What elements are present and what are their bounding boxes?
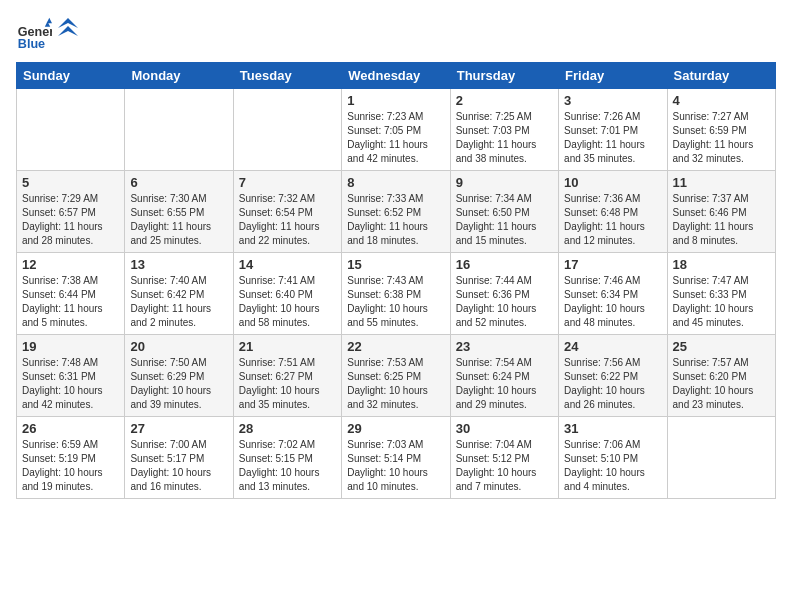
- day-info: Sunrise: 7:56 AM Sunset: 6:22 PM Dayligh…: [564, 356, 661, 412]
- calendar-day-cell: 26Sunrise: 6:59 AM Sunset: 5:19 PM Dayli…: [17, 417, 125, 499]
- day-info: Sunrise: 7:44 AM Sunset: 6:36 PM Dayligh…: [456, 274, 553, 330]
- calendar-day-cell: 29Sunrise: 7:03 AM Sunset: 5:14 PM Dayli…: [342, 417, 450, 499]
- calendar-day-cell: 11Sunrise: 7:37 AM Sunset: 6:46 PM Dayli…: [667, 171, 775, 253]
- day-info: Sunrise: 7:41 AM Sunset: 6:40 PM Dayligh…: [239, 274, 336, 330]
- day-info: Sunrise: 7:43 AM Sunset: 6:38 PM Dayligh…: [347, 274, 444, 330]
- calendar-day-cell: 19Sunrise: 7:48 AM Sunset: 6:31 PM Dayli…: [17, 335, 125, 417]
- weekday-header-friday: Friday: [559, 63, 667, 89]
- calendar-day-cell: 24Sunrise: 7:56 AM Sunset: 6:22 PM Dayli…: [559, 335, 667, 417]
- calendar-day-cell: 15Sunrise: 7:43 AM Sunset: 6:38 PM Dayli…: [342, 253, 450, 335]
- day-number: 6: [130, 175, 227, 190]
- calendar-day-cell: 2Sunrise: 7:25 AM Sunset: 7:03 PM Daylig…: [450, 89, 558, 171]
- weekday-header-sunday: Sunday: [17, 63, 125, 89]
- calendar-day-cell: 4Sunrise: 7:27 AM Sunset: 6:59 PM Daylig…: [667, 89, 775, 171]
- day-number: 13: [130, 257, 227, 272]
- calendar-day-cell: 8Sunrise: 7:33 AM Sunset: 6:52 PM Daylig…: [342, 171, 450, 253]
- day-info: Sunrise: 7:53 AM Sunset: 6:25 PM Dayligh…: [347, 356, 444, 412]
- day-number: 9: [456, 175, 553, 190]
- calendar-day-cell: 5Sunrise: 7:29 AM Sunset: 6:57 PM Daylig…: [17, 171, 125, 253]
- day-number: 12: [22, 257, 119, 272]
- logo-arrow-icon: [58, 18, 78, 38]
- calendar-day-cell: 9Sunrise: 7:34 AM Sunset: 6:50 PM Daylig…: [450, 171, 558, 253]
- day-number: 29: [347, 421, 444, 436]
- day-info: Sunrise: 6:59 AM Sunset: 5:19 PM Dayligh…: [22, 438, 119, 494]
- day-number: 21: [239, 339, 336, 354]
- calendar-day-cell: 25Sunrise: 7:57 AM Sunset: 6:20 PM Dayli…: [667, 335, 775, 417]
- day-info: Sunrise: 7:50 AM Sunset: 6:29 PM Dayligh…: [130, 356, 227, 412]
- day-number: 22: [347, 339, 444, 354]
- calendar-day-cell: 7Sunrise: 7:32 AM Sunset: 6:54 PM Daylig…: [233, 171, 341, 253]
- calendar-day-cell: 30Sunrise: 7:04 AM Sunset: 5:12 PM Dayli…: [450, 417, 558, 499]
- day-info: Sunrise: 7:46 AM Sunset: 6:34 PM Dayligh…: [564, 274, 661, 330]
- calendar-week-row: 12Sunrise: 7:38 AM Sunset: 6:44 PM Dayli…: [17, 253, 776, 335]
- day-info: Sunrise: 7:02 AM Sunset: 5:15 PM Dayligh…: [239, 438, 336, 494]
- weekday-header-wednesday: Wednesday: [342, 63, 450, 89]
- logo: General Blue: [16, 16, 78, 52]
- day-info: Sunrise: 7:48 AM Sunset: 6:31 PM Dayligh…: [22, 356, 119, 412]
- day-info: Sunrise: 7:32 AM Sunset: 6:54 PM Dayligh…: [239, 192, 336, 248]
- day-info: Sunrise: 7:37 AM Sunset: 6:46 PM Dayligh…: [673, 192, 770, 248]
- day-info: Sunrise: 7:03 AM Sunset: 5:14 PM Dayligh…: [347, 438, 444, 494]
- day-number: 10: [564, 175, 661, 190]
- day-number: 24: [564, 339, 661, 354]
- day-info: Sunrise: 7:36 AM Sunset: 6:48 PM Dayligh…: [564, 192, 661, 248]
- day-number: 8: [347, 175, 444, 190]
- day-number: 3: [564, 93, 661, 108]
- day-info: Sunrise: 7:54 AM Sunset: 6:24 PM Dayligh…: [456, 356, 553, 412]
- day-number: 2: [456, 93, 553, 108]
- day-number: 26: [22, 421, 119, 436]
- day-number: 1: [347, 93, 444, 108]
- day-number: 31: [564, 421, 661, 436]
- weekday-header-thursday: Thursday: [450, 63, 558, 89]
- day-number: 11: [673, 175, 770, 190]
- calendar-day-cell: 16Sunrise: 7:44 AM Sunset: 6:36 PM Dayli…: [450, 253, 558, 335]
- weekday-header-saturday: Saturday: [667, 63, 775, 89]
- calendar-day-cell: 12Sunrise: 7:38 AM Sunset: 6:44 PM Dayli…: [17, 253, 125, 335]
- calendar-day-cell: 20Sunrise: 7:50 AM Sunset: 6:29 PM Dayli…: [125, 335, 233, 417]
- day-info: Sunrise: 7:00 AM Sunset: 5:17 PM Dayligh…: [130, 438, 227, 494]
- calendar-day-cell: 13Sunrise: 7:40 AM Sunset: 6:42 PM Dayli…: [125, 253, 233, 335]
- day-number: 5: [22, 175, 119, 190]
- calendar-day-cell: 3Sunrise: 7:26 AM Sunset: 7:01 PM Daylig…: [559, 89, 667, 171]
- calendar-day-cell: 21Sunrise: 7:51 AM Sunset: 6:27 PM Dayli…: [233, 335, 341, 417]
- calendar-day-cell: 23Sunrise: 7:54 AM Sunset: 6:24 PM Dayli…: [450, 335, 558, 417]
- day-number: 18: [673, 257, 770, 272]
- calendar-week-row: 5Sunrise: 7:29 AM Sunset: 6:57 PM Daylig…: [17, 171, 776, 253]
- day-number: 28: [239, 421, 336, 436]
- day-info: Sunrise: 7:47 AM Sunset: 6:33 PM Dayligh…: [673, 274, 770, 330]
- day-info: Sunrise: 7:57 AM Sunset: 6:20 PM Dayligh…: [673, 356, 770, 412]
- svg-marker-5: [58, 26, 78, 36]
- calendar-day-cell: 28Sunrise: 7:02 AM Sunset: 5:15 PM Dayli…: [233, 417, 341, 499]
- calendar-week-row: 26Sunrise: 6:59 AM Sunset: 5:19 PM Dayli…: [17, 417, 776, 499]
- day-number: 27: [130, 421, 227, 436]
- page-header: General Blue: [16, 16, 776, 52]
- calendar-day-cell: [667, 417, 775, 499]
- day-info: Sunrise: 7:40 AM Sunset: 6:42 PM Dayligh…: [130, 274, 227, 330]
- day-info: Sunrise: 7:30 AM Sunset: 6:55 PM Dayligh…: [130, 192, 227, 248]
- day-info: Sunrise: 7:38 AM Sunset: 6:44 PM Dayligh…: [22, 274, 119, 330]
- weekday-header-row: SundayMondayTuesdayWednesdayThursdayFrid…: [17, 63, 776, 89]
- calendar-day-cell: 6Sunrise: 7:30 AM Sunset: 6:55 PM Daylig…: [125, 171, 233, 253]
- calendar-day-cell: 1Sunrise: 7:23 AM Sunset: 7:05 PM Daylig…: [342, 89, 450, 171]
- day-info: Sunrise: 7:34 AM Sunset: 6:50 PM Dayligh…: [456, 192, 553, 248]
- day-info: Sunrise: 7:29 AM Sunset: 6:57 PM Dayligh…: [22, 192, 119, 248]
- day-info: Sunrise: 7:06 AM Sunset: 5:10 PM Dayligh…: [564, 438, 661, 494]
- day-number: 20: [130, 339, 227, 354]
- calendar-day-cell: 14Sunrise: 7:41 AM Sunset: 6:40 PM Dayli…: [233, 253, 341, 335]
- day-number: 19: [22, 339, 119, 354]
- day-number: 15: [347, 257, 444, 272]
- calendar-day-cell: 10Sunrise: 7:36 AM Sunset: 6:48 PM Dayli…: [559, 171, 667, 253]
- calendar-day-cell: 27Sunrise: 7:00 AM Sunset: 5:17 PM Dayli…: [125, 417, 233, 499]
- day-info: Sunrise: 7:23 AM Sunset: 7:05 PM Dayligh…: [347, 110, 444, 166]
- calendar-day-cell: [17, 89, 125, 171]
- day-info: Sunrise: 7:33 AM Sunset: 6:52 PM Dayligh…: [347, 192, 444, 248]
- day-info: Sunrise: 7:26 AM Sunset: 7:01 PM Dayligh…: [564, 110, 661, 166]
- day-number: 17: [564, 257, 661, 272]
- day-number: 23: [456, 339, 553, 354]
- day-number: 16: [456, 257, 553, 272]
- day-info: Sunrise: 7:25 AM Sunset: 7:03 PM Dayligh…: [456, 110, 553, 166]
- calendar-week-row: 19Sunrise: 7:48 AM Sunset: 6:31 PM Dayli…: [17, 335, 776, 417]
- day-number: 25: [673, 339, 770, 354]
- calendar-table: SundayMondayTuesdayWednesdayThursdayFrid…: [16, 62, 776, 499]
- day-number: 7: [239, 175, 336, 190]
